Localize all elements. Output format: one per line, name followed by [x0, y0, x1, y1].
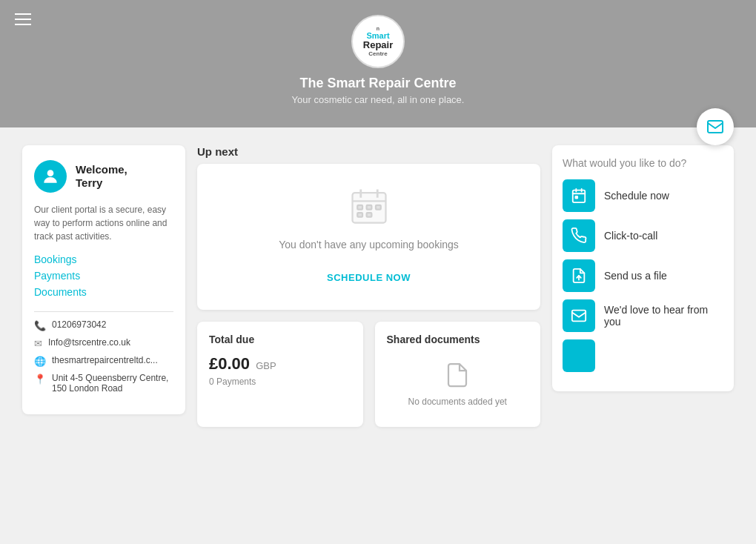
svg-rect-10	[366, 213, 371, 217]
phone-icon: 📞	[34, 320, 46, 331]
actions-title: What would you like to do?	[563, 157, 723, 169]
send-file-label: Send us a file	[604, 270, 667, 282]
email-icon: ✉	[34, 338, 42, 349]
total-amount: £0.00 GBP	[209, 354, 351, 374]
currency-code: GBP	[256, 360, 276, 371]
payments-count: 0 Payments	[209, 377, 351, 387]
click-to-call-label: Click-to-call	[604, 230, 657, 242]
total-due-title: Total due	[209, 334, 351, 345]
sidebar-description: Our client portal is a secure, easy way …	[34, 203, 173, 243]
total-due-card: Total due £0.00 GBP 0 Payments	[197, 322, 363, 428]
contact-action[interactable]: We'd love to hear from you	[563, 299, 723, 332]
email-fab-button[interactable]	[697, 108, 734, 145]
click-to-call-action[interactable]: Click-to-call	[563, 219, 723, 252]
welcome-label: Welcome,	[76, 163, 127, 176]
no-docs-text: No documents added yet	[387, 396, 529, 408]
contact-phone: 01206973042	[52, 319, 106, 330]
logo: n Smart Repair Centre	[351, 15, 405, 68]
sidebar: Welcome, Terry Our client portal is a se…	[22, 145, 185, 414]
extra-action-icon	[563, 339, 595, 372]
amount-value: 0.00	[218, 354, 250, 373]
payments-link[interactable]: Payments	[34, 270, 173, 282]
svg-rect-9	[357, 213, 362, 217]
up-next-label: Up next	[197, 145, 540, 158]
svg-rect-7	[366, 205, 371, 210]
center-column: Up next You don't have any u	[197, 145, 540, 427]
header-title: The Smart Repair Centre	[0, 76, 756, 91]
phone-action-icon	[563, 219, 595, 252]
send-file-action[interactable]: Send us a file	[563, 259, 723, 292]
contact-address: Unit 4-5 Queensberry Centre, 150 London …	[52, 373, 173, 394]
svg-rect-15	[575, 196, 577, 199]
contact-email: Info@tsrcentre.co.uk	[48, 337, 130, 348]
svg-rect-11	[573, 190, 586, 203]
actions-panel: What would you like to do? Schedule now …	[552, 145, 734, 391]
no-bookings-text: You don't have any upcoming bookings	[212, 238, 525, 253]
calendar-icon	[212, 186, 525, 229]
shared-docs-card: Shared documents No documents added yet	[375, 322, 541, 428]
contact-label: We'd love to hear from you	[604, 304, 723, 328]
svg-rect-8	[376, 205, 381, 210]
booking-card: You don't have any upcoming bookings SCH…	[197, 164, 540, 310]
no-docs-icon	[387, 362, 529, 396]
extra-action[interactable]	[563, 339, 723, 372]
svg-point-1	[47, 170, 54, 176]
svg-rect-0	[708, 121, 723, 133]
documents-link[interactable]: Documents	[34, 286, 173, 298]
header-subtitle: Your cosmetic car need, all in one place…	[0, 94, 756, 105]
schedule-now-button[interactable]: SCHEDULE NOW	[327, 268, 411, 288]
location-icon: 📍	[34, 374, 46, 385]
svg-rect-19	[572, 311, 586, 322]
schedule-now-label: Schedule now	[604, 190, 669, 202]
schedule-now-action[interactable]: Schedule now	[563, 179, 723, 212]
bookings-link[interactable]: Bookings	[34, 253, 173, 265]
contact-website: thesmartrepaircentreltd.c...	[52, 355, 158, 365]
website-icon: 🌐	[34, 356, 46, 367]
calendar-action-icon	[563, 179, 595, 212]
file-action-icon	[563, 259, 595, 292]
hamburger-menu[interactable]	[15, 13, 31, 25]
shared-docs-title: Shared documents	[387, 334, 529, 345]
user-name: Terry	[76, 176, 127, 190]
currency-symbol: £	[209, 354, 218, 373]
email-action-icon	[563, 299, 595, 332]
svg-rect-6	[357, 205, 362, 210]
avatar	[34, 160, 67, 193]
